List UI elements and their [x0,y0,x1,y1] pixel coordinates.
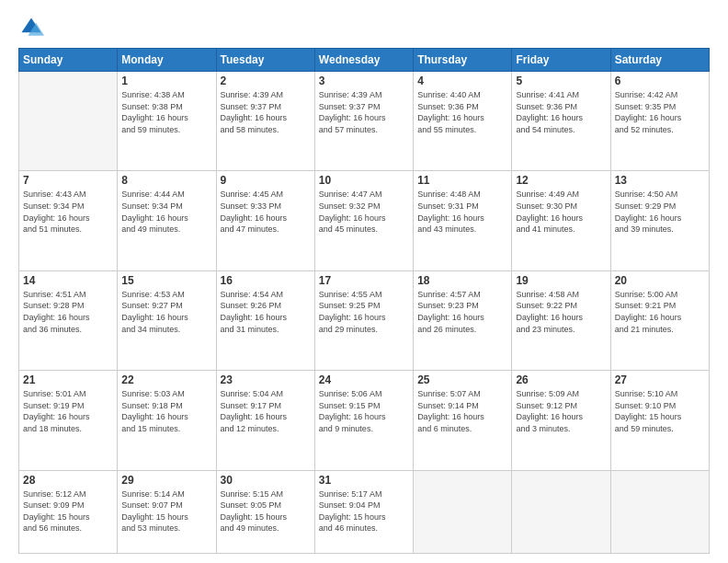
day-number: 16 [221,274,311,287]
day-cell: 11Sunrise: 4:48 AM Sunset: 9:31 PM Dayli… [414,171,512,270]
week-row-1: 1Sunrise: 4:38 AM Sunset: 9:38 PM Daylig… [19,72,710,171]
day-number: 2 [221,75,311,87]
day-cell: 19Sunrise: 4:58 AM Sunset: 9:22 PM Dayli… [512,270,610,370]
day-info: Sunrise: 4:43 AM Sunset: 9:34 PM Dayligh… [23,189,113,235]
day-cell: 4Sunrise: 4:40 AM Sunset: 9:36 PM Daylig… [414,72,512,171]
day-cell: 5Sunrise: 4:41 AM Sunset: 9:36 PM Daylig… [512,72,610,171]
day-cell: 10Sunrise: 4:47 AM Sunset: 9:32 PM Dayli… [314,171,413,270]
day-number: 5 [516,75,606,87]
day-number: 3 [319,75,409,87]
day-cell [512,470,610,553]
day-number: 20 [615,274,705,287]
day-info: Sunrise: 5:10 AM Sunset: 9:10 PM Dayligh… [615,388,705,434]
day-cell: 31Sunrise: 5:17 AM Sunset: 9:04 PM Dayli… [314,470,413,553]
day-cell: 20Sunrise: 5:00 AM Sunset: 9:21 PM Dayli… [610,270,709,370]
day-info: Sunrise: 4:47 AM Sunset: 9:32 PM Dayligh… [319,189,409,235]
day-cell: 7Sunrise: 4:43 AM Sunset: 9:34 PM Daylig… [19,171,118,270]
col-header-wednesday: Wednesday [314,49,413,72]
day-cell: 18Sunrise: 4:57 AM Sunset: 9:23 PM Dayli… [414,270,512,370]
day-cell: 2Sunrise: 4:39 AM Sunset: 9:37 PM Daylig… [216,72,314,171]
day-number: 12 [516,174,606,187]
day-info: Sunrise: 4:57 AM Sunset: 9:23 PM Dayligh… [417,289,507,335]
day-cell: 13Sunrise: 4:50 AM Sunset: 9:29 PM Dayli… [610,171,709,270]
day-cell: 16Sunrise: 4:54 AM Sunset: 9:26 PM Dayli… [216,270,314,370]
day-cell: 6Sunrise: 4:42 AM Sunset: 9:35 PM Daylig… [610,72,709,171]
day-info: Sunrise: 5:07 AM Sunset: 9:14 PM Dayligh… [417,388,507,434]
day-cell: 26Sunrise: 5:09 AM Sunset: 9:12 PM Dayli… [512,371,610,470]
day-number: 31 [319,474,409,487]
day-number: 27 [615,373,705,386]
day-info: Sunrise: 4:54 AM Sunset: 9:26 PM Dayligh… [221,289,311,335]
day-number: 1 [121,75,211,87]
day-cell: 14Sunrise: 4:51 AM Sunset: 9:28 PM Dayli… [19,270,118,370]
day-info: Sunrise: 4:49 AM Sunset: 9:30 PM Dayligh… [516,189,606,235]
logo [18,15,48,40]
day-info: Sunrise: 5:06 AM Sunset: 9:15 PM Dayligh… [319,388,409,434]
day-cell: 23Sunrise: 5:04 AM Sunset: 9:17 PM Dayli… [216,371,314,470]
day-number: 19 [516,274,606,287]
day-number: 9 [221,174,311,187]
page: SundayMondayTuesdayWednesdayThursdayFrid… [0,0,728,563]
day-cell: 27Sunrise: 5:10 AM Sunset: 9:10 PM Dayli… [610,371,709,470]
day-cell: 1Sunrise: 4:38 AM Sunset: 9:38 PM Daylig… [118,72,216,171]
day-number: 25 [417,373,507,386]
week-row-4: 21Sunrise: 5:01 AM Sunset: 9:19 PM Dayli… [19,371,710,470]
day-cell: 17Sunrise: 4:55 AM Sunset: 9:25 PM Dayli… [314,270,413,370]
day-cell: 30Sunrise: 5:15 AM Sunset: 9:05 PM Dayli… [216,470,314,553]
day-cell: 12Sunrise: 4:49 AM Sunset: 9:30 PM Dayli… [512,171,610,270]
day-info: Sunrise: 5:14 AM Sunset: 9:07 PM Dayligh… [121,488,211,534]
day-cell: 25Sunrise: 5:07 AM Sunset: 9:14 PM Dayli… [414,371,512,470]
col-header-friday: Friday [512,49,610,72]
day-info: Sunrise: 4:38 AM Sunset: 9:38 PM Dayligh… [121,89,211,135]
week-row-5: 28Sunrise: 5:12 AM Sunset: 9:09 PM Dayli… [19,470,710,553]
day-cell: 29Sunrise: 5:14 AM Sunset: 9:07 PM Dayli… [118,470,216,553]
day-info: Sunrise: 4:41 AM Sunset: 9:36 PM Dayligh… [516,89,606,135]
day-number: 8 [121,174,211,187]
day-info: Sunrise: 4:42 AM Sunset: 9:35 PM Dayligh… [615,89,705,135]
day-number: 14 [23,274,113,287]
day-number: 29 [121,474,211,487]
day-info: Sunrise: 4:48 AM Sunset: 9:31 PM Dayligh… [417,189,507,235]
day-info: Sunrise: 4:39 AM Sunset: 9:37 PM Dayligh… [319,89,409,135]
day-number: 28 [23,474,113,487]
day-cell [19,72,118,171]
day-cell: 21Sunrise: 5:01 AM Sunset: 9:19 PM Dayli… [19,371,118,470]
day-info: Sunrise: 4:40 AM Sunset: 9:36 PM Dayligh… [417,89,507,135]
day-info: Sunrise: 5:17 AM Sunset: 9:04 PM Dayligh… [319,488,409,534]
day-cell: 24Sunrise: 5:06 AM Sunset: 9:15 PM Dayli… [314,371,413,470]
day-number: 11 [417,174,507,187]
day-info: Sunrise: 4:50 AM Sunset: 9:29 PM Dayligh… [615,189,705,235]
day-number: 6 [615,75,705,87]
day-number: 30 [221,474,311,487]
day-info: Sunrise: 5:09 AM Sunset: 9:12 PM Dayligh… [516,388,606,434]
day-info: Sunrise: 4:44 AM Sunset: 9:34 PM Dayligh… [121,189,211,235]
day-info: Sunrise: 4:45 AM Sunset: 9:33 PM Dayligh… [221,189,311,235]
day-number: 4 [417,75,507,87]
day-info: Sunrise: 5:15 AM Sunset: 9:05 PM Dayligh… [221,488,311,534]
day-info: Sunrise: 4:53 AM Sunset: 9:27 PM Dayligh… [121,289,211,335]
calendar-header-row: SundayMondayTuesdayWednesdayThursdayFrid… [19,49,710,72]
day-info: Sunrise: 5:01 AM Sunset: 9:19 PM Dayligh… [23,388,113,434]
day-info: Sunrise: 4:39 AM Sunset: 9:37 PM Dayligh… [221,89,311,135]
calendar-table: SundayMondayTuesdayWednesdayThursdayFrid… [18,48,710,554]
day-number: 24 [319,373,409,386]
col-header-saturday: Saturday [610,49,709,72]
day-number: 22 [121,373,211,386]
day-number: 10 [319,174,409,187]
header [18,15,710,40]
day-cell: 3Sunrise: 4:39 AM Sunset: 9:37 PM Daylig… [314,72,413,171]
col-header-tuesday: Tuesday [216,49,314,72]
col-header-monday: Monday [118,49,216,72]
week-row-2: 7Sunrise: 4:43 AM Sunset: 9:34 PM Daylig… [19,171,710,270]
day-number: 21 [23,373,113,386]
week-row-3: 14Sunrise: 4:51 AM Sunset: 9:28 PM Dayli… [19,270,710,370]
day-number: 26 [516,373,606,386]
day-number: 18 [417,274,507,287]
day-number: 15 [121,274,211,287]
day-info: Sunrise: 4:51 AM Sunset: 9:28 PM Dayligh… [23,289,113,335]
day-number: 23 [221,373,311,386]
day-info: Sunrise: 5:00 AM Sunset: 9:21 PM Dayligh… [615,289,705,335]
day-number: 7 [23,174,113,187]
day-info: Sunrise: 5:12 AM Sunset: 9:09 PM Dayligh… [23,488,113,534]
day-info: Sunrise: 4:55 AM Sunset: 9:25 PM Dayligh… [319,289,409,335]
